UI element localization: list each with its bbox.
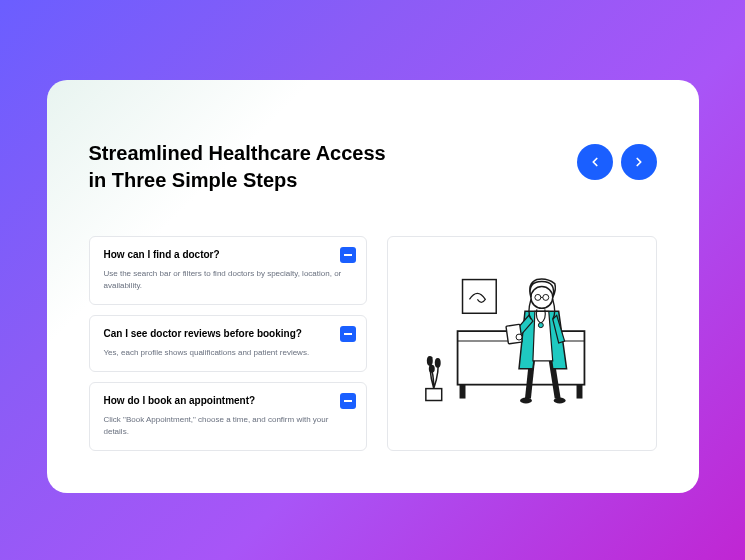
nav-buttons [577, 144, 657, 180]
header-row: Streamlined Healthcare Access in Three S… [89, 140, 657, 194]
svg-point-8 [428, 364, 434, 372]
svg-rect-5 [425, 388, 441, 400]
faq-column: How can I find a doctor? Use the search … [89, 236, 367, 451]
svg-rect-3 [459, 384, 465, 398]
illustration-panel [387, 236, 657, 451]
faq-question: Can I see doctor reviews before booking? [104, 328, 352, 339]
collapse-button[interactable] [340, 326, 356, 342]
svg-point-6 [426, 355, 432, 365]
faq-item: How can I find a doctor? Use the search … [89, 236, 367, 305]
svg-point-9 [520, 397, 532, 403]
faq-answer: Click "Book Appointment," choose a time,… [104, 414, 352, 438]
collapse-button[interactable] [340, 393, 356, 409]
main-card: Streamlined Healthcare Access in Three S… [47, 80, 699, 493]
svg-point-17 [538, 322, 543, 327]
chevron-right-icon [632, 155, 646, 169]
svg-point-10 [553, 397, 565, 403]
faq-question: How do I book an appointment? [104, 395, 352, 406]
page-title: Streamlined Healthcare Access in Three S… [89, 140, 409, 194]
svg-rect-0 [462, 279, 496, 313]
faq-item: Can I see doctor reviews before booking?… [89, 315, 367, 372]
prev-button[interactable] [577, 144, 613, 180]
next-button[interactable] [621, 144, 657, 180]
collapse-button[interactable] [340, 247, 356, 263]
faq-answer: Yes, each profile shows qualifications a… [104, 347, 352, 359]
chevron-left-icon [588, 155, 602, 169]
faq-answer: Use the search bar or filters to find do… [104, 268, 352, 292]
content-row: How can I find a doctor? Use the search … [89, 236, 657, 451]
svg-rect-4 [576, 384, 582, 398]
svg-point-12 [516, 334, 522, 340]
faq-item: How do I book an appointment? Click "Boo… [89, 382, 367, 451]
faq-question: How can I find a doctor? [104, 249, 352, 260]
svg-point-7 [434, 357, 440, 367]
doctor-illustration [408, 269, 636, 419]
